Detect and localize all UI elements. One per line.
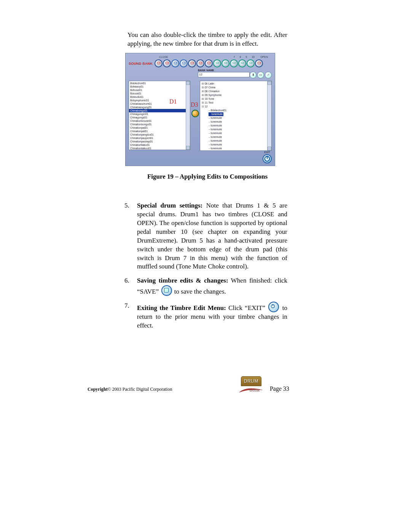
bank-tree-scrollbar[interactable] [267, 81, 271, 150]
step-5-title: Special drum settings: [137, 202, 202, 209]
step-5: Special drum settings: Note that Drums 1… [127, 201, 287, 272]
timbre-list-item[interactable]: Chinalionbdode01 [129, 119, 190, 123]
timbre-list-item[interactable]: Bdhose01 [129, 88, 190, 92]
svg-point-4 [191, 62, 194, 63]
tree-child[interactable]: tonemute [209, 143, 270, 147]
bank-name-label: BANK NAME [198, 69, 214, 72]
tree-child[interactable]: tonemute [209, 124, 270, 128]
svg-point-8 [224, 62, 227, 64]
tree-node[interactable]: 09 Symphonic [202, 93, 270, 97]
save-icon [161, 285, 172, 296]
drum-button-9[interactable] [221, 59, 229, 67]
tree-child-selected[interactable]: tonemute [209, 112, 223, 116]
intro-paragraph: You can also double-click the timbre to … [127, 31, 287, 48]
logo-sub-text: treme [250, 387, 260, 393]
tree-scroll-up-button[interactable] [268, 81, 271, 85]
scroll-up-button[interactable] [186, 81, 190, 85]
tree-child[interactable]: tonemute [209, 131, 270, 135]
drum-button-3[interactable] [171, 59, 179, 67]
drum-button-5[interactable] [188, 59, 196, 67]
tree-node[interactable]: 06 Latin [202, 82, 270, 86]
tree-node[interactable]: 11 Test [202, 101, 270, 105]
confirm-button[interactable]: ✓ [265, 72, 272, 78]
timbre-list-item[interactable]: Chinagongs01 [129, 116, 190, 119]
step-6-text-b: to save the changes. [173, 288, 226, 295]
tree-child[interactable]: tonemute [209, 139, 270, 143]
svg-point-1 [166, 62, 169, 63]
drum-button-open[interactable] [255, 59, 263, 67]
power-icon [263, 155, 271, 163]
drum-num-10: 10 [252, 56, 255, 58]
drum-button-6[interactable] [196, 59, 204, 67]
save-icon: ▭ [259, 73, 262, 77]
timbre-list-item[interactable]: Bdrock01 [129, 92, 190, 95]
timbre-list-item[interactable]: Chinalionpashap01 [129, 140, 190, 143]
d1-annotation: D1 [169, 98, 177, 105]
figure-19: CLOSE 7 8 9 10 OPEN SOUND BANK [127, 53, 287, 181]
timbre-list-item[interactable]: Chinabongo01 [129, 109, 190, 112]
save-button[interactable]: ▭ [257, 72, 264, 78]
timbre-list[interactable]: Bdelectron01Bdheavy01Bdhose01Bdrock01Bds… [129, 81, 190, 150]
exit-icon [268, 302, 279, 312]
timbre-list-item[interactable]: Bdstudio01 [129, 95, 190, 99]
timbre-list-item[interactable]: Chinalionpai01 [129, 129, 190, 133]
timbre-list-item[interactable]: Bdelectron01 [129, 81, 190, 85]
drum-button-7[interactable] [205, 59, 213, 67]
tree-child[interactable]: tonemute [209, 120, 270, 124]
tree-node[interactable]: 07 China [202, 86, 270, 89]
drum-button-4[interactable] [180, 59, 188, 67]
tree-node[interactable]: 08 Chinalion [202, 89, 270, 93]
timbre-list-item[interactable]: Chinaliontaiko01 [129, 143, 190, 147]
step-5-text: Note that Drums 1 & 5 are special drums.… [137, 202, 287, 270]
timbre-list-item[interactable]: Chinalionpaopen01 [129, 136, 190, 140]
tree-node[interactable]: 10 Tone [202, 97, 270, 101]
drum-selector-row [155, 59, 263, 67]
bank-tree[interactable]: 06 Latin07 China08 Chinalion09 Symphonic… [200, 81, 272, 151]
timbre-list-item[interactable]: Bdheavy01 [129, 85, 190, 88]
tree-child[interactable]: tonemute [209, 128, 270, 131]
svg-point-9 [232, 62, 235, 64]
drum-button-10[interactable] [230, 59, 238, 67]
copyright-bold: Copyright [88, 387, 108, 392]
timbre-list-item[interactable]: Chinabassgong01 [129, 105, 190, 109]
tree-child[interactable]: tonemute [209, 147, 270, 150]
bank-name-input[interactable]: 12 [198, 72, 250, 77]
tree-child[interactable]: tonemute [209, 116, 270, 120]
timbre-list-item[interactable]: Bdsymphonic01 [129, 99, 190, 102]
sound-bank-label: SOUND BANK [129, 62, 153, 66]
timbre-list-item[interactable]: Chinagongm01 [129, 112, 190, 116]
apply-icon[interactable] [191, 110, 199, 117]
timbre-list-item[interactable]: Chinalionpangtzu01 [129, 133, 190, 136]
tree-child[interactable]: Bdelectron01 [209, 109, 270, 112]
scroll-down-button[interactable] [186, 146, 190, 150]
svg-point-6 [207, 62, 210, 63]
step-7-text-a: Click “EXIT” [226, 304, 268, 312]
drum-num-8: 8 [239, 56, 241, 58]
download-icon: ⬇ [252, 73, 255, 77]
exit-button[interactable] [263, 154, 272, 163]
page-footer: Copyright© 2003 Pacific Digital Corporat… [88, 369, 289, 392]
drum-button-11[interactable] [238, 59, 246, 67]
tree-child[interactable]: tonemute [209, 135, 270, 139]
svg-point-7 [215, 62, 218, 64]
timbre-list-item[interactable]: Chinalionpai01 [129, 126, 190, 129]
drum-button-8[interactable] [213, 59, 221, 67]
drum-number-labels: 7 8 9 10 [233, 56, 255, 58]
open-label: OPEN [260, 56, 268, 58]
drum-button-1[interactable] [155, 59, 162, 67]
drum-button-2[interactable] [163, 59, 171, 67]
tree-node-open[interactable]: 12 [202, 105, 270, 109]
screenshot-applying-edits: CLOSE 7 8 9 10 OPEN SOUND BANK [125, 53, 275, 166]
timbre-list-item[interactable]: Chinalionbongo01 [129, 123, 190, 126]
timbre-list-item[interactable]: Chinabassdrum01 [129, 102, 190, 105]
timbre-list-scrollbar[interactable] [186, 81, 190, 150]
d3-annotation: D3 [191, 101, 198, 108]
tree-scroll-down-button[interactable] [268, 147, 271, 150]
svg-point-12 [258, 62, 261, 63]
step-6-title: Saving timbre edits & changes: [137, 277, 228, 284]
timbre-list-item[interactable]: Chinaliontaikoo01 [129, 147, 190, 150]
step-6: Saving timbre edits & changes: When fini… [127, 276, 287, 296]
figure-caption: Figure 19 – Applying Edits to Compositio… [127, 173, 287, 181]
download-button[interactable]: ⬇ [250, 72, 256, 78]
drum-button-12[interactable] [247, 59, 255, 67]
